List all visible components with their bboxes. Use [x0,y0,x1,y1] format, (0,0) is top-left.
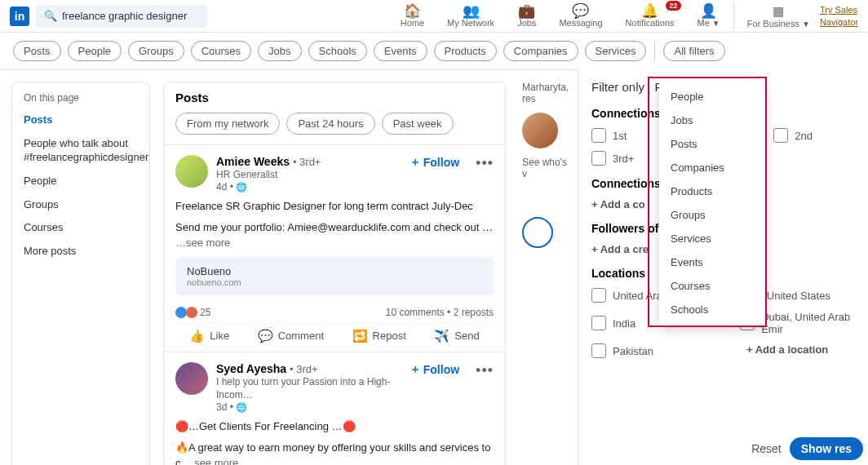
avatar[interactable] [175,155,208,188]
dropdown-item-products[interactable]: Products [659,179,765,203]
filter-pill-products[interactable]: Products [434,41,497,61]
onpage-link[interactable]: Courses [24,221,138,235]
subfilter-pill[interactable]: Past 24 hours [286,113,374,135]
dropdown-item-groups[interactable]: Groups [659,203,765,227]
home-icon: 🏠 [404,4,421,18]
like-label: Like [210,330,229,342]
follow-button[interactable]: ＋Follow [410,155,459,170]
open-circle-icon[interactable] [522,217,553,248]
dropdown-item-events[interactable]: Events [659,250,765,274]
check-2nd[interactable]: 2nd [773,128,813,143]
avatar[interactable] [175,362,208,395]
filter-pill-services[interactable]: Services [585,41,647,61]
thumbs-up-icon: 👍 [189,329,205,343]
navigator-link[interactable]: Navigator [820,16,858,28]
dropdown-item-jobs[interactable]: Jobs [659,108,765,132]
filter-pill-events[interactable]: Events [374,41,427,61]
author-role: I help you turn your Passion into a High… [216,375,401,401]
grid-icon: ▦ [773,4,784,19]
nav-home[interactable]: 🏠Home [401,4,424,28]
onpage-link[interactable]: Posts [24,113,138,127]
check-label: India [613,317,636,330]
comment-label: Comment [278,330,324,342]
like-button[interactable]: 👍Like [189,329,229,343]
search-input[interactable] [62,10,199,22]
check-label: United States [767,290,830,302]
linkedin-logo[interactable]: in [10,7,29,26]
follow-label: Follow [423,363,459,376]
checkbox-icon [591,343,606,358]
link-title: NoBueno [187,265,482,277]
link-url: nobueno.com [187,277,482,287]
nav-business[interactable]: ▦For Business ▼ [747,4,810,29]
filter-pill-schools[interactable]: Schools [308,41,367,61]
dropdown-item-schools[interactable]: Schools [659,298,765,321]
show-results-button[interactable]: Show res [790,437,863,460]
check-label: 1st [613,130,627,142]
see-more-link[interactable]: …see more [175,237,230,249]
more-menu[interactable]: ••• [476,362,494,379]
send-button[interactable]: ✈️Send [434,329,479,343]
premium-links: Try Sales Navigator [820,4,858,28]
globe-icon: 🌐 [236,402,247,412]
more-menu[interactable]: ••• [476,155,494,172]
filter-pill-courses[interactable]: Courses [191,41,251,61]
author-name[interactable]: Amiee Weeks [216,155,290,168]
comment-repost-stats[interactable]: 10 comments • 2 reposts [386,307,494,318]
check-1st[interactable]: 1st [591,128,627,143]
like-icon [175,307,187,318]
nav-messaging-label: Messaging [559,18,602,28]
send-label: Send [454,330,479,342]
speech-icon: 💬 [258,329,273,343]
reset-button[interactable]: Reset [751,442,782,455]
reposts-count: 2 reposts [454,307,494,318]
subfilter-pill[interactable]: From my network [175,113,280,135]
filter-pill-companies[interactable]: Companies [503,41,578,61]
subfilter-pill[interactable]: Past week [382,113,454,135]
filter-pill-jobs[interactable]: Jobs [258,41,301,61]
filter-pill-groups[interactable]: Groups [128,41,184,61]
repost-button[interactable]: 🔁Repost [352,329,406,343]
try-sales-link[interactable]: Try Sales [820,4,858,16]
see-more-link[interactable]: …see more [184,457,238,466]
comment-button[interactable]: 💬Comment [258,329,324,343]
loc-pakistan[interactable]: Pakistan [591,343,714,358]
check-3rd[interactable]: 3rd+ [591,151,634,166]
posts-subfilters: From my networkPast 24 hoursPast week [175,113,494,135]
add-location-link[interactable]: + Add a location [746,343,828,358]
filter-pill-posts[interactable]: Posts [13,41,61,61]
filter-pill-all-filters[interactable]: All filters [663,41,724,61]
notif-badge: 22 [666,1,680,11]
post-text: 🔥A great way to earn money by offering y… [175,441,494,465]
peek-text: Marharyta, res [522,82,571,104]
bell-icon: 🔔 [641,4,658,18]
posts-header: Posts From my networkPast 24 hoursPast w… [163,82,506,145]
nav-me[interactable]: 👤Me ▼ [698,4,720,28]
checkbox-icon [773,128,788,143]
nav-network-label: My Network [447,18,494,28]
dropdown-item-courses[interactable]: Courses [659,274,765,298]
nav-network[interactable]: 👥My Network [447,4,494,28]
search-box[interactable]: 🔍 [36,5,207,28]
follow-button[interactable]: ＋Follow [410,362,459,377]
peek-text: See who's v [522,157,571,179]
link-preview[interactable]: NoBueno nobueno.com [175,257,494,295]
nav-messaging[interactable]: 💬Messaging [559,4,602,28]
onpage-link[interactable]: More posts [24,245,138,259]
onpage-link[interactable]: People [24,175,138,188]
dropdown-item-posts[interactable]: Posts [659,132,765,156]
dropdown-item-people[interactable]: People [659,85,765,108]
nav-notifications[interactable]: 🔔22Notifications [626,4,675,28]
filter-pill-people[interactable]: People [68,41,122,61]
author-name[interactable]: Syed Ayesha [216,362,286,375]
onpage-link[interactable]: Groups [24,198,138,212]
nav-jobs[interactable]: 💼Jobs [517,4,536,28]
filter-type-dropdown: PeopleJobsPostsCompaniesProductsGroupsSe… [659,80,765,326]
chat-icon: 💬 [572,4,589,18]
author-role: HR Generalist [216,168,401,181]
check-label: 3rd+ [613,153,634,165]
dropdown-item-services[interactable]: Services [659,227,765,250]
reactions-summary[interactable]: 25 [175,307,210,318]
dropdown-item-companies[interactable]: Companies [659,156,765,179]
onpage-link[interactable]: People who talk about #freelancegraphicd… [24,137,138,165]
